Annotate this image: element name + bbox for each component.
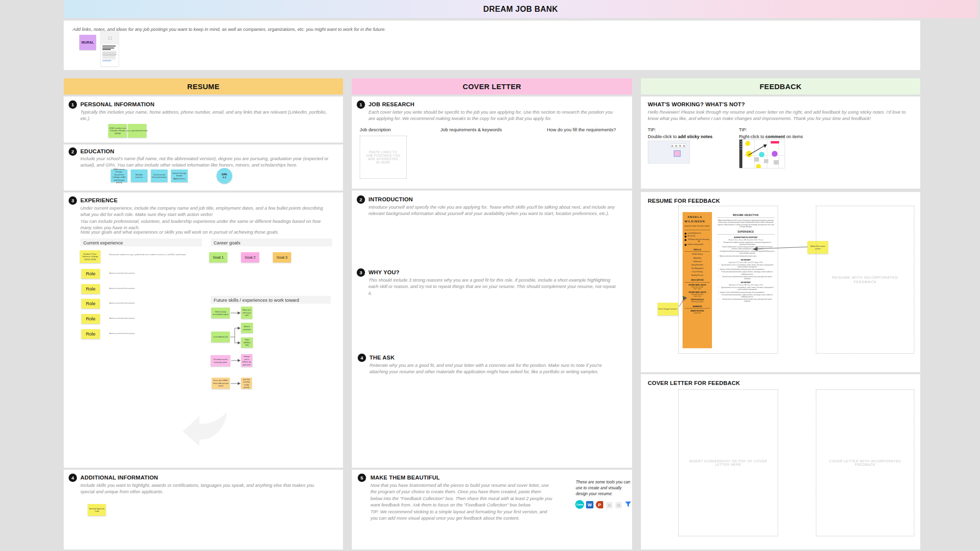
section-title: EXPERIENCE bbox=[80, 197, 118, 203]
incorporated-resume-dropzone[interactable]: RESUME WITH INCORPORATED FEEDBACK bbox=[816, 206, 914, 354]
section-description: Reiterate why you are a good fit, and en… bbox=[369, 362, 605, 376]
arrow-right-icon bbox=[231, 382, 241, 385]
goal-2-sticky[interactable]: Goal 2 bbox=[241, 252, 259, 263]
contact-row: linkedin.com/in/yourprofile bbox=[685, 244, 710, 246]
tip-bold: add sticky notes bbox=[678, 134, 713, 139]
section-number-badge: 1 bbox=[357, 100, 365, 109]
skill-sticky[interactable]: always ask a follow-up question bbox=[241, 354, 252, 367]
email-sticky-note[interactable]: jess_lynn@email.com bbox=[128, 124, 147, 138]
role-sticky-note[interactable]: Role bbox=[81, 329, 100, 339]
section-description: Now that you have brainstormed all the p… bbox=[370, 482, 553, 509]
whats-working-section: WHAT'S WORKING? WHAT'S NOT? Hello Review… bbox=[641, 96, 920, 189]
tutor-sticky-note[interactable]: Student Tutor, Valencia College (2014-20… bbox=[80, 250, 100, 263]
education-entry: DEGREE NAME / MAJORUniversity, Location2… bbox=[685, 284, 710, 290]
comment-demo-thumbnail bbox=[739, 139, 785, 168]
address-sticky-note[interactable]: 1234 Lovely Lane Orlando, Florida 56789 bbox=[108, 124, 127, 138]
goal-1-sticky[interactable]: Goal 1 bbox=[209, 252, 227, 263]
role-sticky-note[interactable]: Role bbox=[81, 284, 100, 294]
fill-requirements-label: How do you fill the requirements? bbox=[547, 127, 616, 132]
tip-comment: TIP: Right-click to comment on items bbox=[739, 127, 803, 140]
education-sticky-note[interactable]: MFA Interior Design, Savannah College of… bbox=[111, 169, 127, 182]
gpa-value: 4.0 bbox=[222, 176, 226, 179]
skill-item: Critical Thinking bbox=[685, 271, 710, 273]
education-entry: DEGREE NAME / MAJORUniversity, Location2… bbox=[685, 291, 710, 297]
section-number-badge: 3 bbox=[69, 196, 77, 205]
job-bullet: •Purchased and maintained office supply … bbox=[717, 294, 775, 298]
role-description: Action-oriented description bbox=[109, 317, 205, 320]
feedback-sticky-honors[interactable]: Don't forget honors! bbox=[658, 303, 678, 315]
section-title: RESUME FOR FEEDBACK bbox=[648, 198, 720, 204]
section-title: WHY YOU? bbox=[368, 269, 399, 275]
mural-sticky-note[interactable]: MURAL bbox=[79, 35, 96, 50]
tip-label: TIP: bbox=[739, 127, 803, 134]
skill-sticky[interactable]: Take INTRO 760 bbox=[241, 337, 253, 348]
feedback-header-label: FEEDBACK bbox=[760, 82, 802, 91]
mini-pink-sticky bbox=[674, 150, 681, 157]
resume-name: ANGELA WILKINSON bbox=[685, 215, 705, 224]
skill-sticky[interactable]: Skill to help accomplish goal bbox=[211, 308, 230, 318]
cover-letter-placeholder: INSERT SCREENSHOT OR PDF OF COVER LETTER… bbox=[683, 459, 774, 466]
comment-connector-icon bbox=[678, 296, 687, 308]
incorporated-resume-placeholder: RESUME WITH INCORPORATED FEEDBACK bbox=[826, 275, 905, 284]
tip-label: TIP: bbox=[648, 127, 712, 134]
career-goals-header: Career goals bbox=[211, 239, 332, 246]
resume-screenshot-dropzone[interactable]: ANGELA WILKINSON ADMINISTRATIVE ASSISTAN… bbox=[678, 206, 778, 354]
goal-3-sticky[interactable]: Goal 3 bbox=[273, 252, 291, 263]
arrow-right-icon bbox=[231, 311, 241, 315]
role-sticky-note[interactable]: Role bbox=[81, 269, 100, 279]
contact-icon bbox=[685, 244, 686, 246]
cover-letter-screenshot-dropzone[interactable]: INSERT SCREENSHOT OR PDF OF COVER LETTER… bbox=[678, 389, 778, 536]
job-bullet: •Greeted visitors and determined to whom… bbox=[717, 276, 775, 280]
spanish-club-sticky[interactable]: Started Spanish Club bbox=[88, 504, 106, 516]
current-experience-header: Current experience bbox=[80, 239, 202, 246]
section-number-badge: 2 bbox=[357, 195, 365, 204]
skill-sticky[interactable]: join the weekly study group bbox=[241, 378, 252, 389]
objective-header: RESUME OBJECTIVE bbox=[717, 214, 775, 218]
section-title: COVER LETTER FOR FEEDBACK bbox=[648, 380, 740, 386]
skill-sticky[interactable]: How you will learn skill bbox=[241, 307, 252, 319]
tip-text: TIP: We recommend sticking to a simple l… bbox=[370, 509, 553, 522]
section-number-badge: 2 bbox=[69, 147, 77, 156]
additional-information-section: 4 ADDITIONAL INFORMATION Include skills … bbox=[64, 470, 343, 550]
section-title: ADDITIONAL INFORMATION bbox=[80, 475, 158, 480]
skill-sticky[interactable]: Pass the LEED Green Associate exam bbox=[212, 378, 230, 389]
skill-sticky[interactable]: Learn AutoCad bbox=[211, 332, 230, 342]
contact-icon bbox=[685, 233, 686, 235]
education-sticky-note[interactable]: Notable courses: bbox=[131, 169, 147, 182]
experience-desc-1: Under current experience, include the co… bbox=[80, 205, 329, 218]
section-description: Under current experience, include the co… bbox=[80, 205, 329, 232]
mini-red-badge bbox=[771, 141, 779, 144]
resume-header-label: RESUME bbox=[187, 82, 220, 91]
job-bullet: •Type documents such as correspondence, … bbox=[717, 287, 775, 290]
mini-purple-circle bbox=[772, 151, 778, 157]
section-title: PERSONAL INFORMATION bbox=[80, 101, 154, 107]
skill-item: Problem Solving bbox=[685, 253, 710, 255]
education-sticky-note[interactable]: Construction Documentation bbox=[151, 169, 168, 182]
section-title: MAKE THEM BEAUTIFUL bbox=[370, 475, 440, 480]
resume-preview-sidebar: ANGELA WILKINSON ADMINISTRATIVE ASSISTAN… bbox=[683, 212, 712, 348]
contact-icon bbox=[685, 239, 686, 241]
paste-links-dropzone[interactable]: PASTE LINKS TO JOB POSTINGS YOU ARE INTE… bbox=[360, 136, 407, 179]
skill-sticky[interactable]: Develop active listening skills bbox=[211, 355, 230, 366]
incorporated-cover-letter-dropzone[interactable]: COVER LETTER WITH INCORPORATED FEEDBACK bbox=[816, 389, 914, 536]
education-section: 2 EDUCATION Include your school's name (… bbox=[64, 144, 343, 191]
branch-connector-icon bbox=[230, 326, 241, 345]
job-bullet: •Opened, sorted, and distributed incomin… bbox=[717, 291, 775, 293]
contact-row: 4287 Aaron Smith Drive Harrisburg, PA bbox=[685, 239, 710, 242]
paste-links-placeholder: PASTE LINKS TO JOB POSTINGS YOU ARE INTE… bbox=[366, 150, 400, 164]
role-description: Action-oriented description bbox=[109, 272, 205, 275]
role-sticky-note[interactable]: Role bbox=[81, 314, 100, 324]
arrow-right-icon bbox=[231, 359, 241, 362]
role-sticky-note[interactable]: Role bbox=[81, 299, 100, 309]
section-title: EDUCATION bbox=[80, 148, 114, 154]
section-number-badge: 4 bbox=[69, 474, 77, 482]
education-entry: CERTIFICATION #1University, Location bbox=[685, 299, 710, 303]
contact-row: youremail@gmail.com bbox=[685, 233, 710, 235]
education-sticky-note[interactable]: Interior Design Studio Applications bbox=[171, 169, 188, 182]
skill-sticky[interactable]: Watch tutorials bbox=[241, 323, 253, 333]
job-research-section: 1 JOB RESEARCH Each cover letter you wri… bbox=[352, 96, 632, 189]
gpa-circle-sticky[interactable]: GPA 4.0 bbox=[217, 168, 232, 184]
link-preview-card[interactable] bbox=[100, 31, 119, 67]
link-thumbnail-icon bbox=[101, 32, 119, 45]
section-number-badge: 1 bbox=[69, 100, 77, 109]
